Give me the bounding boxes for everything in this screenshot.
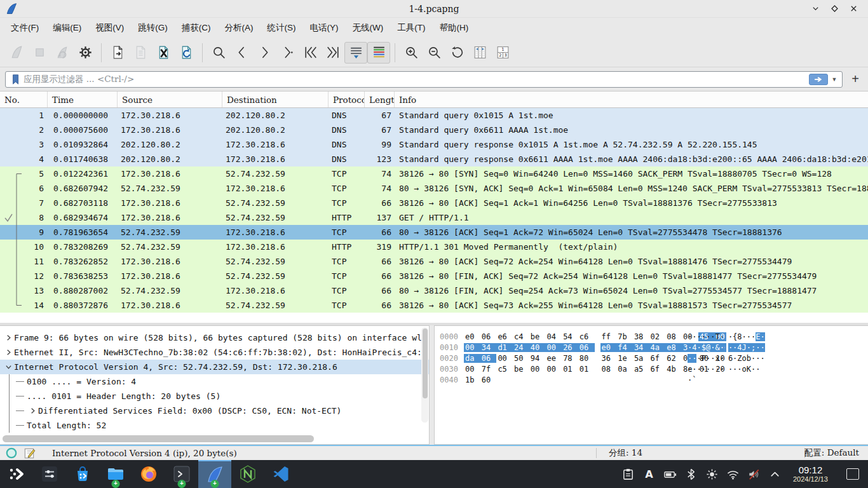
taskbar-app-vscode[interactable] <box>264 460 297 488</box>
normal-size-button[interactable]: 123 <box>491 42 514 64</box>
menu-item-2[interactable]: 视图(V) <box>88 19 131 37</box>
detail-line-1[interactable]: Ethernet II, Src: NewH3CTechno_7b:38:02 … <box>0 345 429 360</box>
taskbar-app-firefox[interactable] <box>132 460 165 488</box>
menu-item-3[interactable]: 跳转(G) <box>131 19 175 37</box>
menu-item-6[interactable]: 统计(S) <box>261 19 303 37</box>
menu-item-8[interactable]: 无线(W) <box>346 19 391 37</box>
find-packet-button[interactable] <box>207 42 230 64</box>
taskbar-app-neovim[interactable] <box>231 460 264 488</box>
expander-open-icon[interactable] <box>3 363 14 370</box>
filter-dropdown-button[interactable]: ▼ <box>829 72 839 86</box>
close-file-button[interactable] <box>152 42 175 64</box>
packet-row-4[interactable]: 40.011740638202.120.80.2172.30.218.6DNS1… <box>0 152 868 166</box>
taskbar-app-wireshark[interactable]: + <box>198 460 231 488</box>
column-header-no[interactable]: No. <box>0 92 48 107</box>
title-bar: 1-4.pcapng <box>0 0 868 18</box>
input-a-icon[interactable]: A <box>641 466 658 482</box>
hex-row-0010[interactable]: 001000 34 d1 24 40 00 26 06 e0 f4 34 4a … <box>435 342 868 353</box>
packet-row-2[interactable]: 20.000075600172.30.218.6202.120.80.2DNS6… <box>0 123 868 137</box>
hex-row-0030[interactable]: 003000 7f c5 be 00 00 01 01 08 0a a5 6f … <box>435 364 868 375</box>
packet-row-14[interactable]: 140.880372876172.30.218.652.74.232.59TCP… <box>0 298 868 313</box>
hex-row-0000[interactable]: 0000e0 06 e6 c4 be 04 54 c6 ff 7b 38 02 … <box>435 332 868 342</box>
clipboard-icon[interactable] <box>620 466 637 482</box>
menu-item-10[interactable]: 帮助(H) <box>432 19 475 37</box>
menu-item-7[interactable]: 电话(Y) <box>303 19 346 37</box>
save-file-button[interactable] <box>129 42 152 64</box>
column-header-length[interactable]: Length <box>365 92 395 107</box>
packet-row-6[interactable]: 60.68260794252.74.232.59172.30.218.6TCP7… <box>0 181 868 196</box>
expander-closed-icon[interactable] <box>3 334 14 341</box>
menu-item-0[interactable]: 文件(F) <box>4 19 46 37</box>
packet-row-10[interactable]: 100.78320826952.74.232.59172.30.218.6HTT… <box>0 240 868 254</box>
go-back-button[interactable] <box>230 42 253 64</box>
zoom-reset-button[interactable] <box>445 42 468 64</box>
taskbar-app-app-store[interactable] <box>66 460 99 488</box>
taskbar-app-terminal[interactable]: + <box>165 460 198 488</box>
expert-info-icon[interactable] <box>5 447 18 459</box>
brightness-icon[interactable] <box>704 466 721 482</box>
expander-closed-icon[interactable] <box>3 349 14 356</box>
show-desktop-button[interactable] <box>846 468 859 480</box>
capture-restart-button[interactable] <box>51 42 74 64</box>
chevron-up-icon[interactable] <box>767 466 783 482</box>
packet-row-9[interactable]: 90.78196365452.74.232.59172.30.218.6TCP6… <box>0 225 868 240</box>
column-header-time[interactable]: Time <box>48 92 118 107</box>
go-to-packet-button[interactable] <box>276 42 299 64</box>
capture-options-button[interactable] <box>74 42 97 64</box>
taskbar-app-file-manager[interactable]: + <box>99 460 132 488</box>
open-file-button[interactable] <box>106 42 129 64</box>
zoom-out-button[interactable] <box>423 42 445 64</box>
add-filter-button[interactable]: + <box>848 72 863 87</box>
hex-row-0040[interactable]: 00401b 60 ·` <box>435 375 868 386</box>
column-header-info[interactable]: Info <box>395 92 868 107</box>
packet-row-5[interactable]: 50.012242361172.30.218.652.74.232.59TCP7… <box>0 166 868 181</box>
taskbar-app-launcher[interactable] <box>0 460 33 488</box>
detail-line-4[interactable]: .... 0101 = Header Length: 20 bytes (5) <box>0 389 429 403</box>
details-horizontal-scrollbar[interactable] <box>3 435 419 442</box>
menu-item-4[interactable]: 捕获(C) <box>175 19 218 37</box>
packet-row-8[interactable]: 80.682934674172.30.218.652.74.232.59HTTP… <box>0 210 868 225</box>
column-header-protocol[interactable]: Protocol <box>329 92 365 107</box>
capture-stop-button[interactable] <box>28 42 51 64</box>
packet-row-7[interactable]: 70.682703118172.30.218.652.74.232.59TCP6… <box>0 196 868 210</box>
auto-scroll-button[interactable] <box>344 42 367 64</box>
taskbar-app-control-center[interactable] <box>33 460 66 488</box>
wifi-icon[interactable] <box>725 466 742 482</box>
detail-line-5[interactable]: Differentiated Services Field: 0x00 (DSC… <box>0 403 429 418</box>
bookmark-icon[interactable] <box>10 74 22 85</box>
detail-line-0[interactable]: Frame 9: 66 bytes on wire (528 bits), 66… <box>0 330 429 345</box>
menu-item-9[interactable]: 工具(T) <box>390 19 432 37</box>
display-filter-input[interactable]: 应用显示过滤器 ... <Ctrl-/> ▼ <box>5 71 843 88</box>
capture-start-button[interactable] <box>5 42 28 64</box>
detail-line-6[interactable]: Total Length: 52 <box>0 418 429 433</box>
reload-file-button[interactable] <box>175 42 198 64</box>
go-forward-button[interactable] <box>253 42 276 64</box>
expander-closed-icon[interactable] <box>27 407 38 414</box>
hex-row-0020[interactable]: 0020da 06 00 50 94 ee 78 80 36 1e 5a 6f … <box>435 353 868 364</box>
packet-row-11[interactable]: 110.783262852172.30.218.652.74.232.59TCP… <box>0 254 868 269</box>
running-badge: + <box>211 480 219 488</box>
resize-columns-button[interactable] <box>468 42 491 64</box>
menu-item-5[interactable]: 分析(A) <box>218 19 261 37</box>
column-header-source[interactable]: Source <box>118 92 222 107</box>
bluetooth-icon[interactable] <box>683 466 700 482</box>
zoom-in-button[interactable] <box>400 42 423 64</box>
details-vertical-scrollbar[interactable] <box>421 327 428 423</box>
menu-item-1[interactable]: 编辑(E) <box>46 19 88 37</box>
column-header-destination[interactable]: Destination <box>222 92 329 107</box>
volume-muted-icon[interactable] <box>746 466 763 482</box>
packet-row-12[interactable]: 120.783638253172.30.218.652.74.232.59TCP… <box>0 269 868 283</box>
packet-row-3[interactable]: 30.010932864202.120.80.2172.30.218.6DNS9… <box>0 137 868 152</box>
profile-selector[interactable]: 配置: Default <box>804 447 859 459</box>
detail-line-2[interactable]: Internet Protocol Version 4, Src: 52.74.… <box>0 360 429 374</box>
go-first-button[interactable] <box>299 42 322 64</box>
colorize-button[interactable] <box>367 42 390 64</box>
annotation-icon[interactable] <box>23 447 36 459</box>
go-last-button[interactable] <box>322 42 344 64</box>
apply-filter-button[interactable] <box>809 74 828 85</box>
packet-row-13[interactable]: 130.88028700252.74.232.59172.30.218.6TCP… <box>0 283 868 298</box>
detail-line-3[interactable]: 0100 .... = Version: 4 <box>0 374 429 389</box>
battery-icon[interactable] <box>662 466 679 482</box>
packet-row-1[interactable]: 10.000000000172.30.218.6202.120.80.2DNS6… <box>0 108 868 123</box>
clock[interactable]: 09:122024/12/13 <box>793 465 828 484</box>
